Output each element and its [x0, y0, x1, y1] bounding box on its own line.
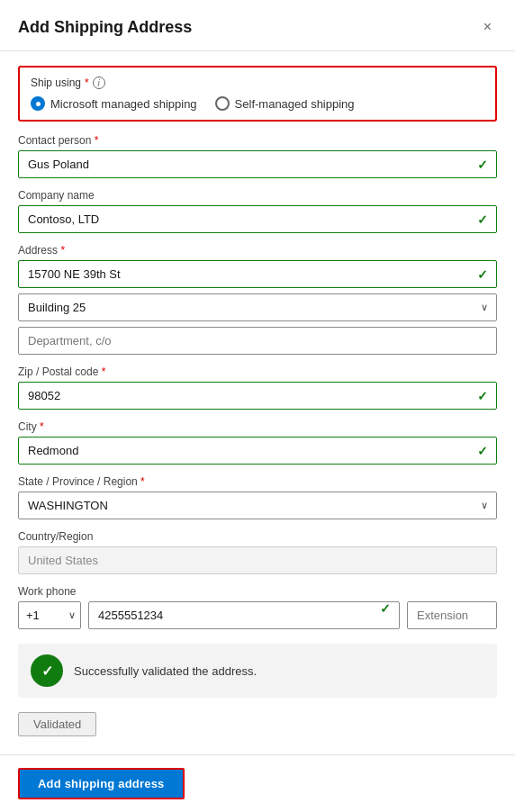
state-select[interactable]: WASHINGTON	[18, 492, 497, 519]
validation-message: Successfully validated the address.	[74, 664, 257, 678]
address-field: Address * ✓ ∨	[18, 244, 497, 355]
contact-person-label: Contact person *	[18, 134, 497, 147]
address-label: Address *	[18, 244, 497, 257]
address-line3-wrapper	[18, 327, 497, 355]
checkmark-icon: ✓	[41, 663, 53, 680]
modal-title: Add Shipping Address	[18, 18, 192, 37]
zip-label: Zip / Postal code *	[18, 365, 497, 378]
address-line2-arrow-icon: ∨	[481, 302, 488, 313]
validation-success-icon: ✓	[31, 654, 63, 687]
ship-using-label: Ship using * i	[31, 77, 484, 89]
city-check-icon: ✓	[477, 444, 488, 458]
city-field: City * ✓	[18, 420, 497, 465]
zip-check-icon: ✓	[477, 389, 488, 403]
contact-person-input[interactable]	[18, 150, 497, 178]
address-line1-wrapper: ✓	[18, 260, 497, 288]
radio-label-self: Self-managed shipping	[235, 97, 355, 111]
city-input-wrapper: ✓	[18, 437, 497, 465]
state-required-star: *	[140, 475, 145, 488]
ship-using-radio-group: Microsoft managed shipping Self-managed …	[31, 96, 484, 111]
country-input-wrapper	[18, 546, 497, 574]
state-label: State / Province / Region *	[18, 475, 497, 488]
company-name-input-wrapper: ✓	[18, 205, 497, 233]
radio-microsoft-managed[interactable]: Microsoft managed shipping	[31, 96, 197, 111]
add-shipping-address-modal: Add Shipping Address × Ship using * i Mi…	[0, 0, 515, 812]
phone-country-dropdown-icon: ∨	[68, 609, 76, 621]
work-phone-label: Work phone	[18, 585, 497, 598]
radio-circle-microsoft	[31, 96, 45, 111]
close-button[interactable]: ×	[478, 16, 497, 38]
zip-required-star: *	[102, 365, 106, 378]
company-name-input[interactable]	[18, 205, 497, 233]
address-line2-input[interactable]	[18, 293, 497, 321]
info-icon[interactable]: i	[93, 77, 105, 89]
work-phone-field: Work phone +1 ∨ ✓	[18, 585, 497, 629]
required-indicator: *	[85, 77, 89, 89]
contact-person-input-wrapper: ✓	[18, 150, 497, 178]
zip-input-wrapper: ✓	[18, 382, 497, 410]
address-required-star: *	[60, 244, 65, 257]
validated-button[interactable]: Validated	[18, 712, 96, 736]
contact-person-check-icon: ✓	[477, 158, 488, 172]
phone-row: +1 ∨ ✓	[18, 601, 497, 629]
zip-input[interactable]	[18, 382, 497, 410]
modal-header: Add Shipping Address ×	[0, 0, 515, 51]
phone-number-input[interactable]	[88, 601, 400, 629]
company-name-check-icon: ✓	[477, 212, 488, 227]
state-dropdown-icon: ∨	[481, 500, 488, 511]
modal-body: Ship using * i Microsoft managed shippin…	[0, 51, 515, 754]
phone-number-wrapper: ✓	[88, 601, 400, 629]
address-line2-wrapper: ∨	[18, 293, 497, 321]
phone-country-wrapper: +1 ∨	[18, 601, 81, 629]
modal-footer: Add shipping address	[0, 754, 515, 812]
phone-check-icon: ✓	[380, 601, 391, 616]
country-input	[18, 546, 497, 574]
address-line1-input[interactable]	[18, 260, 497, 288]
validation-banner: ✓ Successfully validated the address.	[18, 644, 497, 698]
ship-using-section: Ship using * i Microsoft managed shippin…	[18, 66, 497, 122]
radio-circle-self	[215, 96, 230, 111]
company-name-label: Company name	[18, 189, 497, 202]
radio-self-managed[interactable]: Self-managed shipping	[215, 96, 355, 111]
extension-input[interactable]	[407, 601, 497, 629]
state-field: State / Province / Region * WASHINGTON ∨	[18, 475, 497, 519]
add-shipping-address-button[interactable]: Add shipping address	[18, 768, 185, 799]
city-label: City *	[18, 420, 497, 433]
city-input[interactable]	[18, 437, 497, 465]
zip-field: Zip / Postal code * ✓	[18, 365, 497, 410]
radio-label-microsoft: Microsoft managed shipping	[50, 97, 197, 111]
required-star: *	[95, 134, 99, 147]
city-required-star: *	[40, 420, 44, 433]
country-field: Country/Region	[18, 530, 497, 574]
state-input-wrapper: WASHINGTON ∨	[18, 492, 497, 519]
country-label: Country/Region	[18, 530, 497, 543]
company-name-field: Company name ✓	[18, 189, 497, 233]
address-line1-check-icon: ✓	[477, 267, 488, 282]
address-line3-input[interactable]	[18, 327, 497, 355]
contact-person-field: Contact person * ✓	[18, 134, 497, 178]
